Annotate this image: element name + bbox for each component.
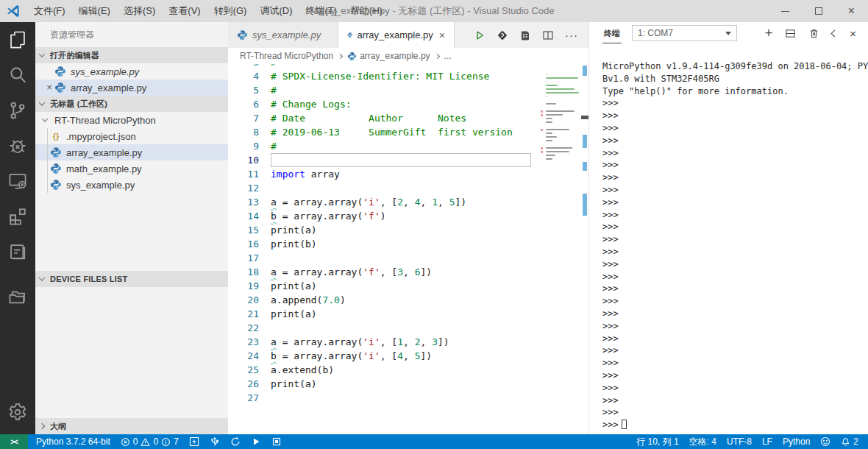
menu-file[interactable]: 文件(F): [27, 0, 72, 22]
code-line[interactable]: 25a.extend(b): [228, 363, 588, 377]
code-line[interactable]: 27: [228, 391, 588, 405]
run-file-button[interactable]: [474, 29, 485, 41]
binary-file-button[interactable]: [519, 29, 531, 41]
code-line[interactable]: 12: [228, 181, 588, 195]
sync-button[interactable]: [225, 434, 246, 449]
menu-selection[interactable]: 选择(S): [117, 0, 162, 22]
outline-section-header[interactable]: 大纲: [35, 418, 228, 434]
code-editor[interactable]: 3#4# SPDX-License-Identifier: MIT Licens…: [228, 64, 588, 434]
code-line[interactable]: 11import array: [228, 167, 588, 181]
code-line[interactable]: 16print(b): [228, 237, 588, 251]
terminal-output[interactable]: MicroPython v1.9.4-114-g309fe39d on 2018…: [589, 44, 868, 434]
close-icon[interactable]: ×: [44, 79, 54, 96]
code-line[interactable]: 21print(a): [228, 307, 588, 321]
extensions-icon[interactable]: [0, 199, 35, 234]
cursor-position[interactable]: 行 10, 列 1: [631, 434, 683, 449]
code-line[interactable]: 22: [228, 321, 588, 335]
chevron-left-icon[interactable]: [831, 29, 839, 37]
code-line[interactable]: 14b = array.array('f'): [228, 209, 588, 223]
code-line[interactable]: 6# Change Logs:: [228, 97, 588, 111]
breadcrumb-folder[interactable]: RT-Thread MicroPython: [240, 51, 333, 61]
workspace-section-header[interactable]: 无标题 (工作区): [35, 96, 228, 112]
minimap[interactable]: [541, 64, 581, 434]
device-files-section-header[interactable]: DEVICE FILES LIST: [35, 271, 228, 287]
kill-terminal-icon[interactable]: [808, 28, 819, 39]
minimize-button[interactable]: [769, 0, 802, 22]
close-tab-icon[interactable]: ×: [433, 29, 445, 41]
tab-sys-example[interactable]: sys_example.py: [228, 22, 338, 48]
code-line[interactable]: 5#: [228, 83, 588, 97]
remote-indicator[interactable]: ><: [0, 434, 28, 449]
notebook-icon[interactable]: [0, 234, 35, 269]
stop-button[interactable]: [266, 434, 287, 449]
terminal-selector-dropdown[interactable]: 1: COM7: [632, 25, 737, 41]
settings-gear-icon[interactable]: [0, 395, 35, 430]
close-button[interactable]: ×: [835, 0, 868, 22]
code-line[interactable]: 4# SPDX-License-Identifier: MIT License: [228, 69, 588, 83]
code-line[interactable]: 18a = array.array('f', [3, 6]): [228, 265, 588, 279]
breadcrumb-symbol[interactable]: ...: [444, 51, 452, 61]
tab-array-example[interactable]: array_example.py ×: [338, 22, 455, 48]
encoding[interactable]: UTF-8: [722, 434, 757, 449]
editor-group: sys_example.py array_example.py × ··· RT…: [228, 22, 588, 434]
code-line[interactable]: 17: [228, 251, 588, 265]
chevron-right-icon: [338, 53, 343, 58]
split-editor-button[interactable]: [542, 29, 554, 41]
menu-edit[interactable]: 编辑(E): [72, 0, 117, 22]
code-line[interactable]: 10: [228, 153, 588, 167]
code-line[interactable]: 24b = array.array('i', [4, 5]): [228, 349, 588, 363]
code-line[interactable]: 23a = array.array('i', [1, 2, 3]): [228, 335, 588, 349]
code-line[interactable]: 7# Date Author Notes: [228, 111, 588, 125]
dropdown-caret-icon: [725, 32, 731, 35]
new-terminal-button[interactable]: +: [765, 28, 773, 39]
file-array-example[interactable]: array_example.py: [35, 144, 228, 160]
code-line[interactable]: 8# 2019-06-13 SummerGift first version: [228, 125, 588, 139]
file-sys-example[interactable]: sys_example.py: [35, 177, 228, 193]
open-editor-sys-example[interactable]: sys_example.py: [35, 63, 228, 79]
notifications-bell[interactable]: 2: [836, 434, 864, 449]
source-control-icon[interactable]: [0, 93, 35, 128]
problems-indicator[interactable]: 0 0 7: [115, 434, 184, 449]
indentation[interactable]: 空格: 4: [684, 434, 722, 449]
device-folders-icon[interactable]: [0, 280, 35, 315]
folder-rt-thread-micropython[interactable]: RT-Thread MicroPython: [35, 112, 228, 128]
new-project-button[interactable]: [184, 434, 204, 449]
code-line[interactable]: 26print(a): [228, 377, 588, 391]
close-panel-icon[interactable]: ×: [850, 27, 856, 40]
open-editor-array-example[interactable]: × array_example.py: [35, 79, 228, 96]
code-line[interactable]: 20a.append(7.0): [228, 293, 588, 307]
download-to-device-button[interactable]: [497, 29, 508, 41]
code-line[interactable]: 15print(a): [228, 223, 588, 237]
split-terminal-button[interactable]: [785, 28, 796, 39]
search-icon[interactable]: [0, 57, 35, 93]
explorer-icon[interactable]: [0, 22, 35, 57]
tab-terminal[interactable]: 终端: [602, 23, 622, 43]
code-line[interactable]: 9#: [228, 139, 588, 153]
file-mpyproject-json[interactable]: {} .mpyproject.json: [35, 128, 228, 144]
overview-ruler[interactable]: [581, 64, 588, 434]
chevron-right-icon: [39, 423, 45, 429]
menu-goto[interactable]: 转到(G): [207, 0, 254, 22]
breadcrumb-file[interactable]: array_example.py: [360, 51, 430, 61]
code-line[interactable]: 3#: [228, 64, 588, 69]
device-monitor-icon[interactable]: [0, 163, 35, 199]
debug-icon[interactable]: [0, 128, 35, 163]
language-mode[interactable]: Python: [778, 434, 815, 449]
tab-bar: sys_example.py array_example.py × ···: [228, 22, 588, 48]
maximize-button[interactable]: [802, 0, 835, 22]
more-actions-button[interactable]: ···: [565, 29, 578, 41]
open-editors-section-header[interactable]: 打开的编辑器: [35, 47, 228, 63]
python-file-icon: [237, 29, 248, 40]
file-math-example[interactable]: math_example.py: [35, 160, 228, 177]
usb-download-button[interactable]: [204, 434, 225, 449]
code-line[interactable]: 19print(a): [228, 279, 588, 293]
menu-view[interactable]: 查看(V): [162, 0, 207, 22]
code-line[interactable]: 13a = array.array('i', [2, 4, 1, 5]): [228, 195, 588, 209]
line-text: [271, 391, 531, 405]
menu-debug[interactable]: 调试(D): [253, 0, 299, 22]
python-interpreter[interactable]: Python 3.7.2 64-bit: [31, 434, 115, 449]
run-button[interactable]: [246, 434, 266, 449]
eol-sequence[interactable]: LF: [757, 434, 778, 449]
feedback-smiley-icon[interactable]: [815, 434, 836, 449]
line-text: b = array.array('f'): [271, 209, 531, 223]
